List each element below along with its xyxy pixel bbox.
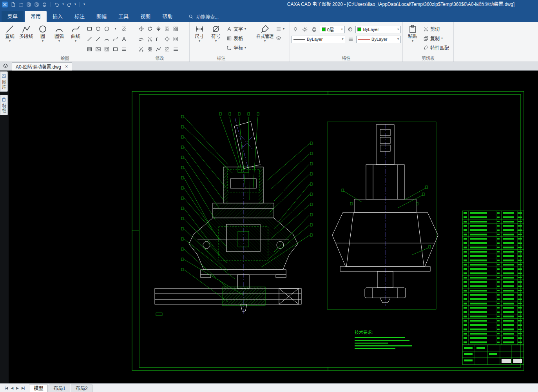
more-modify-tools[interactable] bbox=[172, 44, 180, 54]
print-icon[interactable] bbox=[42, 2, 47, 7]
close-icon[interactable]: × bbox=[65, 64, 68, 69]
stretch-tool[interactable] bbox=[163, 34, 171, 44]
rectangle-tool[interactable] bbox=[85, 24, 94, 34]
arc-3pt-tool[interactable] bbox=[103, 34, 111, 44]
sheet-tabs: 模型 布局1 布局2 bbox=[29, 384, 93, 392]
text-tool[interactable]: 文字▾ bbox=[226, 25, 246, 33]
layer-freeze-button[interactable] bbox=[301, 25, 309, 33]
ribbon-tab-tools[interactable]: 工具 bbox=[112, 11, 134, 22]
dimension-tool[interactable]: 尺寸▾ bbox=[191, 23, 208, 43]
paste-button[interactable]: 粘贴▾ bbox=[404, 23, 421, 43]
color-picker-button[interactable] bbox=[346, 25, 354, 33]
construction-line-tool[interactable] bbox=[94, 34, 102, 44]
array-tool[interactable] bbox=[172, 24, 180, 34]
next-sheet-button[interactable]: ▶ bbox=[14, 386, 20, 390]
spline-fit-tool[interactable] bbox=[111, 34, 120, 44]
app-logo[interactable] bbox=[2, 2, 8, 7]
line-tool[interactable]: 直线▾ bbox=[2, 23, 18, 43]
layer-select[interactable]: 0层▾ bbox=[320, 26, 345, 33]
undo-dropdown-icon[interactable]: ▾ bbox=[62, 3, 64, 6]
scale-tool[interactable] bbox=[172, 34, 180, 44]
drawing-list-icon[interactable] bbox=[2, 63, 9, 69]
layer-plot-button[interactable] bbox=[310, 25, 318, 33]
centerline-tool[interactable] bbox=[85, 34, 94, 44]
table-tool[interactable]: 表格 bbox=[226, 34, 246, 42]
break-icon bbox=[138, 46, 144, 52]
arc-tool[interactable]: 圆弧▾ bbox=[51, 23, 67, 43]
polyline-tool[interactable]: 多段线 bbox=[18, 23, 34, 39]
copy-button[interactable]: 复制▾ bbox=[423, 34, 449, 42]
match-brush-icon bbox=[423, 45, 429, 51]
match-properties-button[interactable]: 特性匹配 bbox=[423, 44, 449, 52]
mirror-tool[interactable] bbox=[154, 24, 163, 34]
rotate-tool[interactable] bbox=[146, 24, 154, 34]
table-draw-tool[interactable] bbox=[85, 44, 94, 54]
save-icon[interactable] bbox=[26, 2, 31, 7]
ribbon-tab-sheet[interactable]: 图幅 bbox=[91, 11, 112, 22]
spline-tool[interactable]: 曲线▾ bbox=[67, 23, 84, 43]
edit-hatch-tool[interactable] bbox=[163, 44, 171, 54]
function-search[interactable]: 功能搜索... bbox=[188, 11, 219, 22]
new-file-icon[interactable] bbox=[11, 2, 16, 7]
trim-tool[interactable] bbox=[146, 34, 154, 44]
fillet-tool[interactable] bbox=[154, 34, 163, 44]
sheet-tab-layout2[interactable]: 布局2 bbox=[71, 385, 92, 392]
hatch-tool[interactable] bbox=[120, 24, 128, 34]
move-tool[interactable] bbox=[137, 24, 145, 34]
line-icon bbox=[5, 24, 14, 34]
edit-polyline-tool[interactable] bbox=[154, 44, 163, 54]
sidebar-tab-properties[interactable]: 特性 bbox=[0, 95, 8, 115]
layer-manager-button[interactable] bbox=[276, 34, 284, 42]
first-sheet-button[interactable]: |◀ bbox=[3, 386, 9, 390]
cut-button[interactable]: 剪切 bbox=[423, 25, 449, 33]
document-tab[interactable]: A0-回转驱动装置.dwg × bbox=[12, 62, 72, 71]
circle-tool[interactable]: 圆▾ bbox=[34, 23, 51, 43]
style-list-button[interactable]: ▾ bbox=[276, 25, 284, 33]
ribbon-tab-view[interactable]: 视图 bbox=[134, 11, 156, 22]
ribbon-tab-home[interactable]: 常用 bbox=[25, 11, 47, 22]
lineweight-select[interactable]: ByLayer▾ bbox=[356, 36, 401, 43]
prev-sheet-button[interactable]: ◀ bbox=[9, 386, 14, 390]
region-tool[interactable] bbox=[111, 44, 120, 54]
palette-icon bbox=[348, 27, 353, 32]
symbol-tool[interactable]: 符号▾ bbox=[208, 23, 224, 43]
more-draw-tools[interactable] bbox=[120, 44, 128, 54]
color-select[interactable]: ByLayer▾ bbox=[355, 26, 401, 33]
redo-icon[interactable] bbox=[67, 2, 72, 7]
last-sheet-button[interactable]: ▶| bbox=[20, 386, 26, 390]
linetype-select[interactable]: ByLayer▾ bbox=[292, 36, 345, 43]
dropdown-icon: ▾ bbox=[42, 40, 43, 43]
offset-icon bbox=[164, 26, 170, 32]
group-label-clipboard: 剪切板 bbox=[403, 55, 453, 61]
drawing-canvas[interactable]: 技术要求: bbox=[9, 71, 538, 383]
ribbon-tab-help[interactable]: 帮助 bbox=[156, 11, 178, 22]
point-tool[interactable] bbox=[111, 24, 120, 34]
polygon-tool[interactable] bbox=[94, 24, 102, 34]
erase-tool[interactable] bbox=[137, 34, 145, 44]
image-tool[interactable] bbox=[94, 44, 102, 54]
block-tool[interactable] bbox=[103, 44, 111, 54]
table-icon bbox=[87, 46, 92, 52]
customize-toolbar-icon[interactable]: ▾ bbox=[83, 3, 85, 6]
caxa-window: ▾ ▾ ▾ CAXA CAD 电子图板 2020 - [C:\Users\lia… bbox=[0, 0, 538, 392]
bulb-icon bbox=[293, 27, 298, 32]
text-draw-tool[interactable] bbox=[120, 34, 128, 44]
lineweight-settings-button[interactable] bbox=[347, 35, 355, 43]
offset-tool[interactable] bbox=[163, 24, 171, 34]
ribbon-tab-insert[interactable]: 插入 bbox=[47, 11, 69, 22]
style-manager-button[interactable]: 样式管理▾ bbox=[255, 23, 275, 43]
coordinate-tool[interactable]: 坐标▾ bbox=[226, 44, 246, 52]
ribbon-tab-menu[interactable]: 菜单 bbox=[2, 11, 24, 22]
save-all-icon[interactable] bbox=[34, 2, 39, 7]
sheet-tab-layout1[interactable]: 布局1 bbox=[49, 385, 70, 392]
explode-tool[interactable] bbox=[146, 44, 154, 54]
sheet-tab-model[interactable]: 模型 bbox=[29, 385, 48, 392]
redo-dropdown-icon[interactable]: ▾ bbox=[74, 3, 76, 6]
sidebar-tab-library[interactable]: 图库 bbox=[0, 71, 8, 92]
layer-on-button[interactable] bbox=[292, 25, 299, 33]
open-file-icon[interactable] bbox=[18, 2, 24, 7]
break-tool[interactable] bbox=[137, 44, 145, 54]
undo-icon[interactable] bbox=[54, 2, 60, 7]
ellipse-tool[interactable] bbox=[103, 24, 111, 34]
ribbon-tab-annotate[interactable]: 标注 bbox=[69, 11, 91, 22]
